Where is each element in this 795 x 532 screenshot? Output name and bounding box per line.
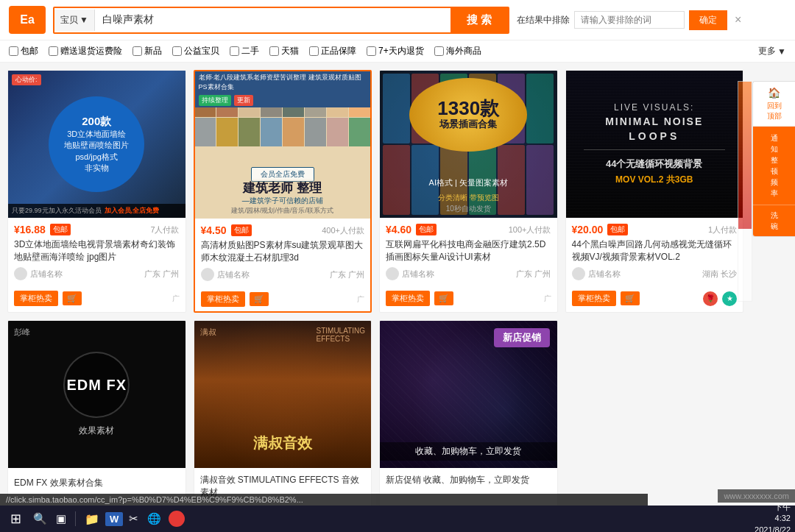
taskbar-scissors-icon[interactable]: ✂: [126, 509, 141, 528]
product-location: 湖南 长沙: [702, 269, 737, 280]
price-badge: 包邮: [607, 224, 628, 235]
product-info: ¥4.50 包邮 400+人付款 高清材质贴图PS素材库su建筑景观草图大师木纹…: [195, 219, 371, 290]
filter-ershou[interactable]: 二手: [230, 45, 259, 57]
start-button[interactable]: ⊞: [4, 508, 27, 530]
hot-sale-button[interactable]: 掌柜热卖: [572, 291, 616, 306]
close-icon[interactable]: ×: [732, 13, 744, 26]
product-price: ¥4.60: [386, 224, 411, 235]
exclude-input[interactable]: [574, 11, 685, 29]
checkbox-gongyi[interactable]: [172, 46, 182, 56]
url-bar: //click.simba.taobao.com/cc_im?p=%B0%D7%…: [0, 494, 648, 506]
filter-bar: 包邮 赠送退货运费险 新品 公益宝贝 二手 天猫 正品保障 7+天内退货 海外商…: [0, 40, 795, 63]
product-location: 广东 广州: [144, 269, 179, 280]
confirm-button[interactable]: 确定: [689, 10, 727, 30]
product-card[interactable]: 200款 3D立体地面墙绘地贴壁画喷绘图片psd/jpg格式非实物 只要29.9…: [7, 70, 186, 313]
sold-count: 7人付款: [150, 224, 179, 235]
product-title: 44个黑白噪声回路几何动感视觉无缝循环视频VJ/视频背景素材VOL.2: [572, 238, 738, 263]
taskbar-search-icon[interactable]: 🔍: [30, 509, 50, 528]
product-location: 广东 广州: [516, 269, 551, 280]
product-price: ¥16.88: [14, 224, 46, 235]
checkbox-zhengpin[interactable]: [309, 46, 319, 56]
hot-sale-button[interactable]: 掌柜热卖: [201, 291, 245, 307]
search-dropdown[interactable]: 宝贝 ▼: [54, 10, 95, 31]
product-card[interactable]: 新店促销 收藏、加购物车，立即发货 新店促销 收藏、加购物车，立即发货: [379, 320, 558, 508]
panel-item-orange1[interactable]: 通知整顿频率: [753, 127, 795, 205]
shop-avatar: [386, 267, 399, 280]
taskbar-red-icon[interactable]: [169, 511, 185, 527]
checkbox-tuifei[interactable]: [49, 46, 58, 56]
filter-baoyou[interactable]: 包邮: [9, 45, 38, 57]
ad-label: 广: [357, 294, 364, 305]
taskbar-file-icon[interactable]: 📁: [82, 509, 102, 529]
taskbar-word-icon[interactable]: W: [105, 512, 123, 526]
shop-name: 店铺名称: [588, 269, 699, 280]
product-card[interactable]: 彭峰 EDM FX 效果素材 EDM FX 效果素材合集: [7, 320, 186, 508]
shop-name: 店铺名称: [402, 269, 513, 280]
product-location: 广东 广州: [330, 269, 364, 280]
shop-avatar: [14, 267, 27, 280]
checkbox-ershou[interactable]: [230, 46, 239, 56]
filter-haiwai[interactable]: 海外商品: [434, 45, 481, 57]
card-actions: 掌柜热卖 🛒 广: [380, 289, 557, 311]
product-card[interactable]: LIVE VISUALS: MINIMAL NOISE LOOPS 44个无缝循…: [565, 70, 744, 313]
product-grid: 200款 3D立体地面墙绘地贴壁画喷绘图片psd/jpg格式非实物 只要29.9…: [0, 63, 795, 516]
checkbox-7days[interactable]: [367, 46, 376, 56]
main-content: 200款 3D立体地面墙绘地贴壁画喷绘图片psd/jpg格式非实物 只要29.9…: [0, 63, 795, 532]
chevron-down-icon: ▼: [777, 46, 786, 57]
logo: Ea: [9, 6, 46, 34]
product-price: ¥4.50: [201, 224, 227, 236]
price-badge: 包邮: [416, 224, 437, 235]
product-info: ¥20.00 包邮 1人付款 44个黑白噪声回路几何动感视觉无缝循环视频VJ/视…: [566, 218, 743, 289]
product-image: 新店促销 收藏、加购物车，立即发货: [380, 321, 557, 468]
dropdown-arrow-icon: ▼: [80, 15, 88, 25]
search-input[interactable]: [95, 10, 451, 30]
ad-label: 广: [172, 294, 180, 304]
panel-item-orange2[interactable]: 洗碗: [753, 205, 795, 236]
product-card[interactable]: 老师·老八段建筑系老师资壁苦训整理 建筑景观材质贴图PS素材合集 持续整理 更新…: [194, 70, 372, 313]
product-image: 老师·老八段建筑系老师资壁苦训整理 建筑景观材质贴图PS素材合集 持续整理 更新…: [195, 71, 371, 219]
checkbox-haiwai[interactable]: [434, 46, 444, 56]
star-icon: ★: [722, 291, 737, 306]
hot-sale-button[interactable]: 掌柜热卖: [386, 291, 430, 306]
cart-button[interactable]: 🛒: [621, 291, 640, 305]
sold-count: 1人付款: [708, 224, 737, 235]
filter-tuifei[interactable]: 赠送退货运费险: [49, 45, 122, 57]
card-actions: 掌柜热卖 🛒 🌹 ★: [566, 289, 743, 311]
filter-xinpin[interactable]: 新品: [132, 45, 162, 57]
card1-promo-label: 心动价:: [12, 74, 41, 85]
checkbox-baoyou[interactable]: [9, 46, 18, 56]
cart-button[interactable]: 🛒: [63, 291, 82, 305]
filter-7days[interactable]: 7+天内退货: [367, 45, 424, 57]
cart-button[interactable]: 🛒: [434, 291, 453, 305]
product-title: 互联网扁平化科技电商金融医疗建筑2.5D插画图标矢量Ai设计UI素材: [386, 238, 551, 263]
filter-zhengpin[interactable]: 正品保障: [309, 45, 356, 57]
panel-item-home[interactable]: 🏠 回到顶部: [753, 82, 795, 127]
filter-gongyi[interactable]: 公益宝贝: [172, 45, 219, 57]
product-card[interactable]: 满叔 STIMULATINGEFFECTS 满叔音效 满叔音效 STIMULAT…: [194, 320, 372, 508]
hot-sale-button[interactable]: 掌柜热卖: [14, 291, 58, 306]
product-image: LIVE VISUALS: MINIMAL NOISE LOOPS 44个无缝循…: [566, 71, 743, 218]
product-image: 200款 3D立体地面墙绘地贴壁画喷绘图片psd/jpg格式非实物 只要29.9…: [8, 71, 186, 218]
sold-count: 400+人付款: [322, 225, 364, 236]
search-button[interactable]: 搜 索: [451, 8, 508, 32]
card1-circle: 200款 3D立体地面墙绘地贴壁画喷绘图片psd/jpg格式非实物: [49, 96, 144, 192]
checkbox-tianmao[interactable]: [269, 46, 279, 56]
taskbar-right-area: 下午 4:32 2021/8/22: [755, 502, 791, 532]
ad-label: 广: [544, 294, 551, 304]
taskbar-separator: [75, 511, 76, 526]
product-title: 3D立体地面墙绘电视背景墙素材奇幻装饰地贴壁画海洋喷绘 jpg图片: [14, 238, 180, 263]
cart-button[interactable]: 🛒: [250, 292, 269, 306]
taskbar-task-view-icon[interactable]: ▣: [53, 509, 69, 528]
more-filters-button[interactable]: 更多 ▼: [758, 45, 786, 57]
filter-tianmao[interactable]: 天猫: [269, 45, 299, 57]
shop-name: 店铺名称: [217, 269, 327, 280]
checkbox-xinpin[interactable]: [132, 46, 142, 56]
price-badge: 包邮: [231, 224, 252, 236]
product-image: 彭峰 EDM FX 效果素材: [8, 321, 186, 468]
product-info: ¥4.60 包邮 100+人付款 互联网扁平化科技电商金融医疗建筑2.5D插画图…: [380, 218, 557, 289]
product-title: 高清材质贴图PS素材库su建筑景观草图大师木纹混凝土石材肌理3d: [201, 239, 365, 264]
product-card[interactable]: 1330款 场景插画合集 AI格式 | 矢量图案素材 分类清晰 带预览图 10秒…: [379, 70, 558, 313]
product-info: ¥16.88 包邮 7人付款 3D立体地面墙绘电视背景墙素材奇幻装饰地贴壁画海洋…: [8, 218, 186, 289]
price-badge: 包邮: [50, 224, 71, 235]
taskbar-browser-icon[interactable]: 🌐: [144, 509, 164, 528]
